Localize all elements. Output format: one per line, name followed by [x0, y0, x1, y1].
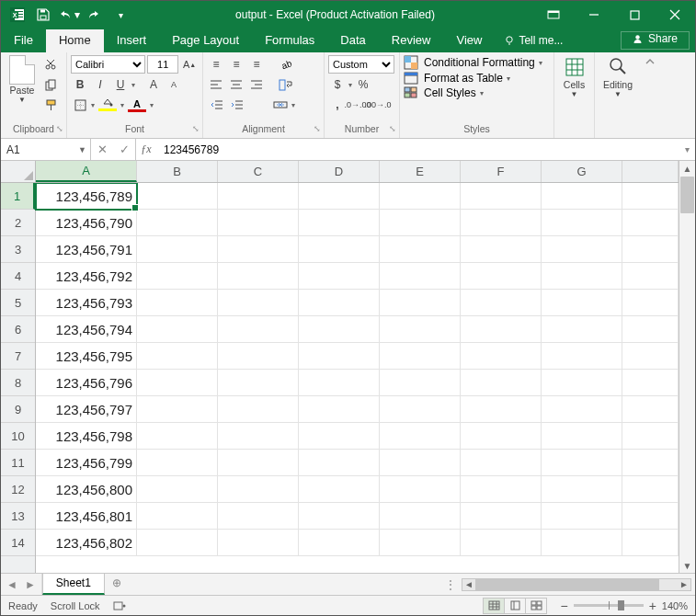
- format-as-table-button[interactable]: Format as Table ▾: [404, 72, 550, 85]
- tab-page-layout[interactable]: Page Layout: [159, 29, 252, 52]
- normal-view-icon[interactable]: [483, 598, 505, 614]
- format-painter-icon[interactable]: [41, 96, 60, 114]
- cell-E7[interactable]: [380, 343, 461, 370]
- cells-button[interactable]: Cells ▼: [564, 55, 585, 98]
- tab-view[interactable]: View: [443, 29, 495, 52]
- cell-A11[interactable]: 123,456,799: [36, 450, 137, 476]
- tab-review[interactable]: Review: [379, 29, 444, 52]
- cell-A9[interactable]: 123,456,797: [36, 396, 137, 423]
- alignment-launcher-icon[interactable]: ⤡: [314, 124, 321, 133]
- cell-C12[interactable]: [218, 476, 299, 503]
- align-right-icon[interactable]: [247, 75, 266, 94]
- column-header-D[interactable]: D: [299, 161, 380, 182]
- save-icon[interactable]: [32, 4, 54, 26]
- undo-icon[interactable]: ▾: [58, 4, 80, 26]
- cell-G3[interactable]: [542, 236, 622, 263]
- close-icon[interactable]: [655, 1, 695, 29]
- collapse-ribbon-icon[interactable]: [641, 52, 659, 138]
- row-header-14[interactable]: 14: [1, 530, 35, 556]
- cell-A5[interactable]: 123,456,793: [36, 290, 137, 316]
- cell-C1[interactable]: [218, 183, 299, 210]
- enter-formula-icon[interactable]: ✓: [113, 143, 135, 156]
- cell-D4[interactable]: [299, 263, 380, 290]
- cell-E4[interactable]: [380, 263, 461, 290]
- cell-D10[interactable]: [299, 423, 380, 450]
- zoom-out-icon[interactable]: −: [560, 599, 567, 613]
- select-all-corner[interactable]: [1, 161, 36, 183]
- font-launcher-icon[interactable]: ⤡: [192, 124, 200, 133]
- name-box[interactable]: A1 ▼: [1, 139, 91, 160]
- cell-D11[interactable]: [299, 450, 380, 476]
- wrap-text-icon[interactable]: [277, 75, 295, 94]
- font-color-icon[interactable]: A: [126, 98, 148, 112]
- page-break-view-icon[interactable]: [525, 598, 547, 614]
- number-format-select[interactable]: Custom: [328, 55, 394, 74]
- row-header-3[interactable]: 3: [1, 236, 35, 263]
- excel-app-icon[interactable]: X: [6, 4, 29, 26]
- align-center-icon[interactable]: [227, 75, 245, 94]
- column-header-E[interactable]: E: [380, 161, 461, 182]
- cell-D14[interactable]: [299, 530, 380, 556]
- cell-D7[interactable]: [299, 343, 380, 370]
- row-header-8[interactable]: 8: [1, 370, 35, 396]
- cell-G11[interactable]: [542, 450, 622, 476]
- cell-F12[interactable]: [461, 476, 542, 503]
- cell-A7[interactable]: 123,456,795: [36, 343, 137, 370]
- zoom-in-icon[interactable]: +: [649, 599, 656, 613]
- cell-C13[interactable]: [218, 503, 299, 530]
- row-header-6[interactable]: 6: [1, 316, 35, 343]
- cell-E12[interactable]: [380, 476, 461, 503]
- row-header-1[interactable]: 1: [1, 183, 35, 210]
- page-layout-view-icon[interactable]: [504, 598, 526, 614]
- cell-F1[interactable]: [461, 183, 542, 210]
- cell-D12[interactable]: [299, 476, 380, 503]
- align-middle-icon[interactable]: ≡: [227, 55, 245, 74]
- cell-B5[interactable]: [137, 290, 218, 316]
- cell-B13[interactable]: [137, 503, 218, 530]
- cell-B3[interactable]: [137, 236, 218, 263]
- name-box-dropdown-icon[interactable]: ▼: [78, 145, 86, 154]
- align-top-icon[interactable]: ≡: [207, 55, 225, 74]
- cell-F9[interactable]: [461, 396, 542, 423]
- cell-F13[interactable]: [461, 503, 542, 530]
- cell-E10[interactable]: [380, 423, 461, 450]
- sheet-nav[interactable]: ◄ ►: [1, 574, 42, 595]
- row-header-2[interactable]: 2: [1, 210, 35, 236]
- cell-C10[interactable]: [218, 423, 299, 450]
- cell-C2[interactable]: [218, 210, 299, 236]
- cell-D6[interactable]: [299, 316, 380, 343]
- cell-D2[interactable]: [299, 210, 380, 236]
- cell-C9[interactable]: [218, 396, 299, 423]
- sheet-next-icon[interactable]: ►: [25, 578, 36, 591]
- tab-home[interactable]: Home: [46, 29, 104, 52]
- align-bottom-icon[interactable]: ≡: [247, 55, 266, 74]
- row-header-7[interactable]: 7: [1, 343, 35, 370]
- sheet-prev-icon[interactable]: ◄: [6, 578, 17, 591]
- tab-file[interactable]: File: [1, 29, 46, 52]
- cell-B12[interactable]: [137, 476, 218, 503]
- cell-B7[interactable]: [137, 343, 218, 370]
- copy-icon[interactable]: [41, 75, 60, 94]
- merge-center-icon[interactable]: [271, 96, 290, 114]
- scroll-down-icon[interactable]: ▼: [679, 558, 695, 573]
- cell-E5[interactable]: [380, 290, 461, 316]
- number-launcher-icon[interactable]: ⤡: [389, 124, 396, 133]
- cell-G5[interactable]: [542, 290, 622, 316]
- row-header-4[interactable]: 4: [1, 263, 35, 290]
- cell-G10[interactable]: [542, 423, 622, 450]
- sheet-tab-1[interactable]: Sheet1: [42, 573, 105, 595]
- cell-F6[interactable]: [461, 316, 542, 343]
- cell-B10[interactable]: [137, 423, 218, 450]
- cell-E6[interactable]: [380, 316, 461, 343]
- scroll-up-icon[interactable]: ▲: [679, 161, 695, 176]
- cell-D13[interactable]: [299, 503, 380, 530]
- cell-C14[interactable]: [218, 530, 299, 556]
- cell-A12[interactable]: 123,456,800: [36, 476, 137, 503]
- row-header-10[interactable]: 10: [1, 423, 35, 450]
- cancel-formula-icon[interactable]: ✕: [91, 143, 113, 156]
- cell-G14[interactable]: [542, 530, 622, 556]
- minimize-icon[interactable]: [574, 1, 614, 29]
- cell-E11[interactable]: [380, 450, 461, 476]
- percent-icon[interactable]: %: [354, 75, 372, 94]
- cell-F10[interactable]: [461, 423, 542, 450]
